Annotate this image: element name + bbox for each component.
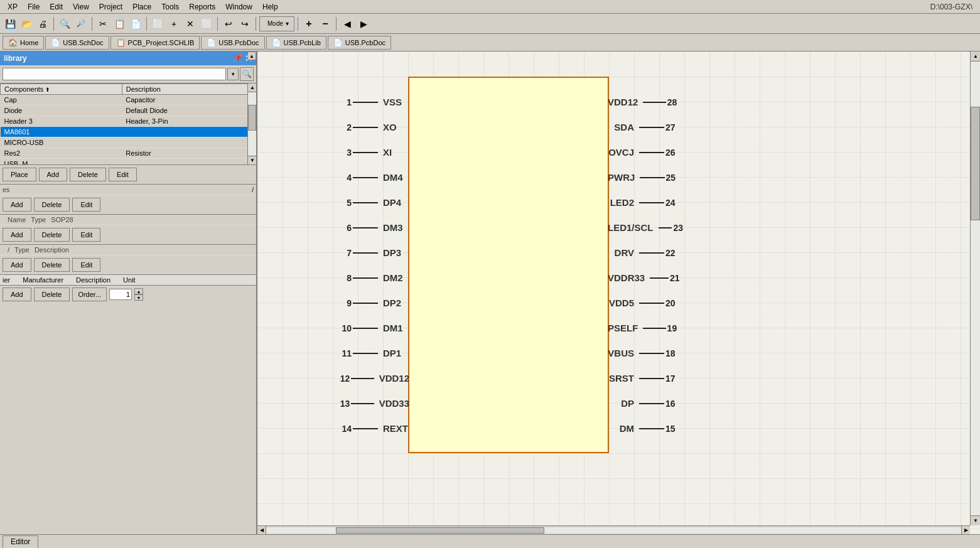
menu-tools[interactable]: Tools <box>156 1 184 13</box>
tab-usbpcblib[interactable]: 📄 USB.PcbLib <box>266 36 326 50</box>
search-dropdown-icon[interactable]: ▾ <box>227 68 239 80</box>
toolbar-copy[interactable]: 📋 <box>112 16 127 31</box>
tab-usbpcbdoc1[interactable]: 📄 USB.PcbDoc <box>201 36 264 50</box>
toolbar-back[interactable]: ◀ <box>340 16 355 31</box>
add-button-1[interactable]: Add <box>39 168 68 181</box>
toolbar-print[interactable]: 🖨 <box>35 16 50 31</box>
pin-left: 3 XI <box>334 147 409 158</box>
canvas-area[interactable]: 1 VSS 2 XO 3 XI 4 DM4 5 DP4 6 DM3 7 DP3 … <box>257 51 980 534</box>
toolbar-cross[interactable]: + <box>166 16 181 31</box>
pin-left: 14 REXT <box>334 423 409 434</box>
pin-line-right <box>639 403 664 404</box>
menu-view[interactable]: View <box>68 1 94 13</box>
table-row[interactable]: MA8601 <box>1 127 256 137</box>
v-scrollbar[interactable]: ▲ ▼ <box>970 51 980 525</box>
table-row[interactable]: DiodeDefault Diode <box>1 105 256 116</box>
search-magnify-icon[interactable]: 🔍 <box>240 67 254 81</box>
menu-file[interactable]: File <box>23 1 45 13</box>
lib-search-input[interactable] <box>3 68 226 80</box>
delete-button-supplier[interactable]: Delete <box>34 287 70 301</box>
table-row[interactable]: Header 3Header, 3-Pin <box>1 116 256 127</box>
pin-line-right <box>639 378 664 379</box>
table-row[interactable]: Res2Resistor <box>1 148 256 159</box>
editor-tab[interactable]: Editor <box>3 535 38 548</box>
supplier-order-row: Add Delete Order... ▲ ▼ <box>0 286 256 303</box>
order-spinner-down[interactable]: ▼ <box>134 294 143 301</box>
mode-dropdown[interactable]: Mode ▾ <box>259 16 294 31</box>
col-components[interactable]: Components ⬆ <box>1 84 122 95</box>
add-button-aliases[interactable]: Add <box>3 198 31 212</box>
toolbar-forward[interactable]: ▶ <box>356 16 371 31</box>
toolbar-box[interactable]: ⬜ <box>199 16 214 31</box>
delete-button-params[interactable]: Delete <box>34 258 70 272</box>
pin-line-left <box>353 328 378 329</box>
menu-help[interactable]: Help <box>257 1 283 13</box>
edit-button-aliases[interactable]: Edit <box>72 198 100 212</box>
pin-right: VDD12 28 <box>608 97 683 107</box>
pin-line-left <box>353 102 378 103</box>
component-desc-cell: Default Diode <box>122 105 256 116</box>
v-scroll-down[interactable]: ▼ <box>971 515 980 525</box>
menu-reports[interactable]: Reports <box>184 1 220 13</box>
col-description[interactable]: Description <box>122 84 256 95</box>
tab-home[interactable]: 🏠 Home <box>3 36 44 50</box>
toolbar-undo[interactable]: ↩ <box>221 16 236 31</box>
pin-num-right: 25 <box>666 173 683 183</box>
toolbar-save[interactable]: 💾 <box>3 16 18 31</box>
pin-num-left: 13 <box>334 399 350 409</box>
delete-button-models[interactable]: Delete <box>34 228 70 242</box>
edit-button-models[interactable]: Edit <box>72 228 100 242</box>
tab-usbpcbdoc2[interactable]: 📄 USB.PcbDoc <box>328 36 391 50</box>
table-row[interactable]: MICRO-USB <box>1 137 256 148</box>
toolbar-open[interactable]: 📂 <box>19 16 34 31</box>
edit-button-params[interactable]: Edit <box>72 258 100 272</box>
sidebar-pin-icon[interactable]: 📌 <box>233 53 242 63</box>
order-spinner-up[interactable]: ▲ <box>134 288 143 294</box>
menu-project[interactable]: Project <box>94 1 127 13</box>
table-row[interactable]: CapCapacitor <box>1 95 256 105</box>
menu-window[interactable]: Window <box>220 1 257 13</box>
add-button-params[interactable]: Add <box>3 258 31 272</box>
menu-edit[interactable]: Edit <box>45 1 68 13</box>
table-row[interactable]: USB_M <box>1 159 256 166</box>
edit-button-1[interactable]: Edit <box>109 168 137 181</box>
sort-arrow: ⬆ <box>45 87 50 93</box>
toolbar-rect[interactable]: ⬜ <box>150 16 165 31</box>
menu-xp[interactable]: XP <box>3 1 23 13</box>
comp-vscroll[interactable]: ▲ ▼ <box>247 83 256 164</box>
aliases-edit-icon[interactable]: / <box>252 186 254 193</box>
delete-button-1[interactable]: Delete <box>70 168 106 181</box>
supplier-scroll-up[interactable]: ▲ <box>247 51 256 60</box>
place-button[interactable]: Place <box>3 168 36 181</box>
add-button-models[interactable]: Add <box>3 228 31 242</box>
toolbar-paste[interactable]: 📄 <box>128 16 143 31</box>
order-button[interactable]: Order... <box>72 287 107 301</box>
toolbar-cut[interactable]: ✂ <box>95 16 110 31</box>
toolbar-zoom-in[interactable]: 🔍 <box>57 16 72 31</box>
h-scrollbar[interactable]: ◀ ▶ <box>257 525 970 534</box>
toolbar-x[interactable]: ✕ <box>183 16 198 31</box>
pin-left: 6 DM3 <box>334 222 409 233</box>
add-button-supplier[interactable]: Add <box>3 287 31 301</box>
toolbar-plus[interactable]: + <box>301 16 316 31</box>
tab-pcbschlib[interactable]: 📋 PCB_Project.SCHLIB <box>110 36 200 50</box>
pcbdoc1-icon: 📄 <box>207 38 216 47</box>
delete-button-aliases[interactable]: Delete <box>34 198 70 212</box>
pin-line-left <box>353 353 378 354</box>
comp-scroll-down[interactable]: ▼ <box>248 156 256 164</box>
supplier-scroll[interactable]: ▲ <box>247 51 256 60</box>
toolbar-redo[interactable]: ↪ <box>237 16 252 31</box>
menu-place[interactable]: Place <box>127 1 156 13</box>
pcbdoc2-icon: 📄 <box>333 38 343 47</box>
v-scroll-up[interactable]: ▲ <box>971 51 980 62</box>
pin-line-right <box>643 102 665 103</box>
h-scroll-right[interactable]: ▶ <box>961 526 970 535</box>
toolbar-minus[interactable]: − <box>318 16 333 31</box>
params-section: / Type Description Add Delete Edit <box>0 244 256 274</box>
order-qty-input[interactable] <box>109 289 132 300</box>
comp-scroll-up[interactable]: ▲ <box>248 83 256 92</box>
h-scroll-left[interactable]: ◀ <box>257 526 266 535</box>
toolbar-zoom-out[interactable]: 🔎 <box>73 16 89 31</box>
tab-usbschdoc[interactable]: 📄 USB.SchDoc <box>45 36 109 50</box>
pin-right: DRV 22 <box>608 247 683 258</box>
